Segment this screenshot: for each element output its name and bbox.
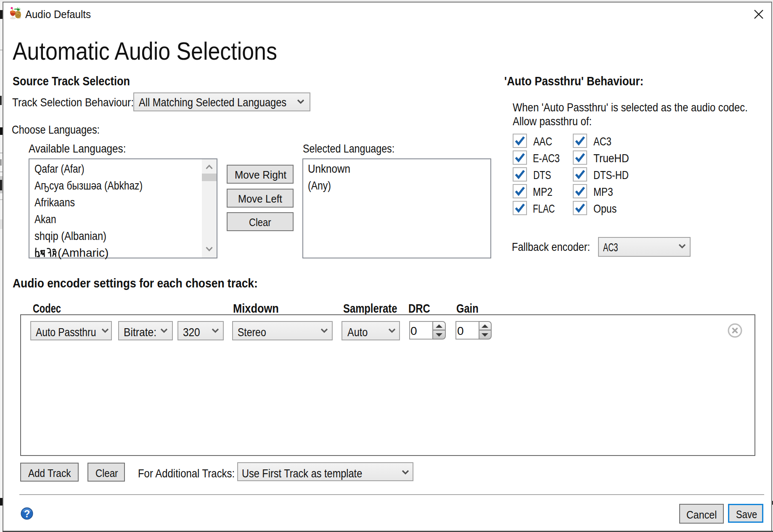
svg-text:?: ? <box>24 508 30 519</box>
